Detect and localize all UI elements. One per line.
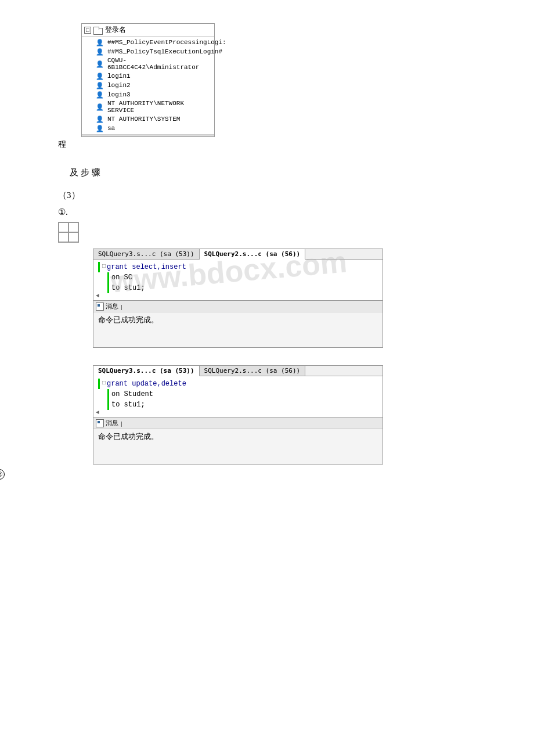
scroll-arrow-2: ◄ [96,409,99,416]
grid-icon [58,222,79,243]
sql-tab-1-query3[interactable]: SQLQuery3.s...c (sa (53)) [93,249,200,259]
section-label-steps: 及 步 骤 [70,167,511,178]
user-icon [96,38,105,46]
results-tab-icon [96,303,104,311]
tree-item[interactable]: sa [82,124,214,133]
results-content-2: 命令已成功完成。 [93,429,383,464]
tree-header-label: 登录名 [105,25,126,35]
user-icon [96,72,105,80]
grid-cell-1 [59,222,68,232]
results-content-1: 命令已成功完成。 [93,312,383,347]
green-bar [107,272,109,283]
user-icon [96,48,105,56]
code-line-5: on Student [107,389,378,399]
tree-item-label: CQWU-6B1BCC4C42\Administrator [107,57,210,71]
expand-icon: □ [102,379,106,387]
tree-item-label: ##MS_PolicyEventProcessingLogi: [107,39,226,46]
user-icon [96,124,105,132]
user-icon [96,103,105,111]
tree-item-label: login2 [107,82,131,89]
section-num-1: ①. [58,207,511,217]
sql-tab-1-query2[interactable]: SQLQuery2.s...c (sa (56)) [200,249,306,260]
user-icon [96,60,105,68]
tab-label: SQLQuery3.s...c (sa (53)) [98,250,194,258]
tree-items-list: ##MS_PolicyEventProcessingLogi:##MS_Poli… [82,37,214,134]
code-text-3: to stu1; [111,283,145,293]
user-icon [96,115,105,123]
tree-item-label: NT AUTHORITY\SYSTEM [107,116,180,123]
code-text-2: on SC [111,272,132,283]
sql-tab-2-query3[interactable]: SQLQuery3.s...c (sa (53)) [93,366,200,376]
code-line-4: □ grant update,delete [98,379,378,389]
code-text-4: grant update,delete [107,379,186,389]
results-text-1: 命令已成功完成。 [98,315,158,324]
prog-label: 程 [58,139,511,150]
results-tab-border-2: | [121,420,122,427]
grid-cell-2 [68,222,78,232]
tree-item[interactable]: CQWU-6B1BCC4C42\Administrator [82,56,214,71]
tree-item[interactable]: login3 [82,90,214,99]
code-line-1: □ grant select,insert [98,262,378,272]
grid-cell-4 [68,232,78,242]
login-tree-panel: □ 登录名 ##MS_PolicyEventProcessingLogi:##M… [81,23,215,137]
tree-item[interactable]: NT AUTHORITY\NETWORK SERVICE [82,99,214,114]
scroll-arrow: ◄ [96,293,99,299]
user-icon [96,81,105,89]
tree-expand-icon[interactable]: □ [84,27,91,34]
green-bar [98,379,100,389]
green-bar [107,283,109,293]
code-text-5: on Student [111,389,153,399]
results-tab-icon-2 [96,419,104,427]
code-line-6: to stu1; [107,399,378,410]
sql-panel-group-2: SQLQuery3.s...c (sa (53)) SQLQuery2.s...… [23,365,511,480]
tree-item-label: ##MS_PolicyTsqlExecutionLogin# [107,48,222,55]
results-panel-1: 消息 | 命令已成功完成。 [93,301,383,348]
code-text-6: to stu1; [111,399,145,410]
tab-label: SQLQuery3.s...c (sa (53)) [98,367,194,375]
results-tab-row-2: 消息 | [93,417,383,429]
tree-item[interactable]: login1 [82,71,214,81]
sql-panel-group-1: www.bdocx.com SQLQuery3.s...c (sa (53)) … [23,249,511,348]
code-line-2: on SC [107,272,378,283]
sql-editor-panel-1: SQLQuery3.s...c (sa (53)) SQLQuery2.s...… [93,249,383,301]
tree-item-label: login3 [107,91,131,98]
sql-tab-2-query2[interactable]: SQLQuery2.s...c (sa (56)) [200,366,306,376]
tree-bottom-bar [82,134,214,136]
results-tab-row-1: 消息 | [93,301,383,312]
tree-item-label: login1 [107,73,131,80]
sql-editor-panel-2: SQLQuery3.s...c (sa (53)) SQLQuery2.s...… [93,365,383,417]
tree-item-label: NT AUTHORITY\NETWORK SERVICE [107,100,210,114]
tree-item[interactable]: login2 [82,81,214,90]
code-text-1: grant select,insert [107,262,186,272]
tab-label: SQLQuery2.s...c (sa (56)) [204,367,301,375]
code-line-3: to stu1; [107,283,378,293]
folder-icon [93,27,103,34]
tree-item[interactable]: ##MS_PolicyEventProcessingLogi: [82,38,214,47]
expand-icon: □ [102,262,106,271]
tree-item-label: sa [107,125,115,132]
sql-tabs-2: SQLQuery3.s...c (sa (53)) SQLQuery2.s...… [93,366,383,376]
section-label-3: （3） [58,190,511,201]
sql-code-area-1: □ grant select,insert on SC to stu1; ◄ [93,260,383,300]
sql-tabs-1: SQLQuery3.s...c (sa (53)) SQLQuery2.s...… [93,249,383,260]
grid-cell-3 [59,232,68,242]
green-bar [98,262,100,272]
circle-2-label: ② [0,469,511,480]
tree-item[interactable]: ##MS_PolicyTsqlExecutionLogin# [82,47,214,56]
tree-item[interactable]: NT AUTHORITY\SYSTEM [82,114,214,124]
green-bar [107,399,109,410]
sql-code-area-2: □ grant update,delete on Student to stu1… [93,376,383,417]
results-panel-2: 消息 | 命令已成功完成。 [93,417,383,465]
user-icon [96,91,105,99]
tree-header: □ 登录名 [82,24,214,37]
circled-num-2: ② [0,469,5,480]
tab-label: SQLQuery2.s...c (sa (56)) [204,250,301,258]
results-tab-label-2[interactable]: 消息 [104,419,120,427]
results-tab-label-1[interactable]: 消息 [104,302,120,311]
green-bar [107,389,109,399]
results-text-2: 命令已成功完成。 [98,432,158,441]
results-tab-border: | [121,303,122,310]
